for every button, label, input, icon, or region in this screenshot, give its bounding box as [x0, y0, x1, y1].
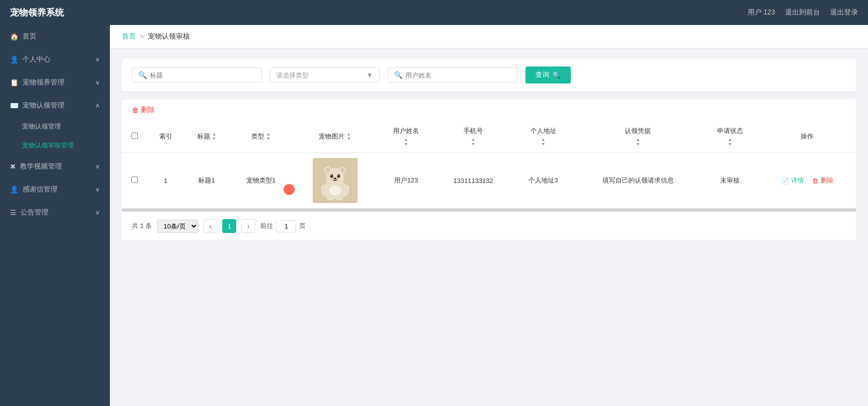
th-action: 操作 — [758, 120, 856, 153]
sort-arrows-credential: ▲▼ — [636, 138, 640, 146]
chevron-down-icon: ∨ — [95, 79, 100, 86]
table-header-row: 索引 标题 ▲▼ 类型 ▲▼ — [122, 120, 856, 153]
page-size-select[interactable]: 10条/页 20条/页 50条/页 — [157, 220, 198, 233]
header-right: 用户 123 退出到前台 退出登录 — [748, 8, 858, 17]
svg-point-8 — [337, 174, 340, 178]
sort-arrows-status: ▲▼ — [728, 138, 732, 146]
th-title[interactable]: 标题 ▲▼ — [184, 120, 230, 153]
row-credential: 填写自己的认领请求信息 — [574, 153, 702, 208]
th-username[interactable]: 用户姓名 ▲▼ — [378, 120, 434, 153]
svg-point-15 — [329, 186, 341, 196]
page-1-button[interactable]: 1 — [222, 219, 236, 233]
prev-page-button[interactable]: ‹ — [203, 219, 217, 233]
user-info: 用户 123 — [748, 8, 775, 17]
table-row: 1 标题1 宠物类型1 — [122, 153, 856, 208]
select-all-checkbox[interactable] — [131, 132, 138, 139]
detail-button[interactable]: 📄 详情 — [781, 176, 804, 185]
page-goto-input[interactable] — [276, 220, 296, 232]
detail-label: 详情 — [791, 176, 804, 185]
row-type: 宠物类型1 — [230, 153, 292, 208]
person-icon: 👤 — [10, 56, 18, 64]
th-pet-image[interactable]: 宠物图片 ▲▼ — [292, 120, 378, 153]
menu-icon: ☰ — [10, 208, 16, 216]
goto-label: 前往 — [260, 222, 273, 230]
sort-arrows-address: ▲▼ — [541, 138, 545, 146]
sort-arrows-username: ▲▼ — [404, 138, 409, 146]
data-table: 索引 标题 ▲▼ 类型 ▲▼ — [122, 120, 856, 208]
sidebar-item-label: 首页 — [22, 32, 36, 41]
page-goto: 前往 页 — [260, 220, 306, 232]
next-page-button[interactable]: › — [241, 219, 255, 233]
list-icon: 📋 — [10, 78, 18, 86]
action-buttons: 📄 详情 🗑 删除 — [763, 176, 851, 185]
sidebar-subitem-pet-claim-review[interactable]: 宠物认领审核管理 — [0, 136, 110, 155]
row-delete-button[interactable]: 🗑 删除 — [812, 176, 834, 185]
svg-point-16 — [327, 196, 335, 200]
th-address[interactable]: 个人地址 ▲▼ — [512, 120, 574, 153]
sidebar-item-label: 感谢信管理 — [22, 185, 57, 194]
sidebar-item-label: 教学视频管理 — [20, 162, 62, 171]
search-button[interactable]: 查询 🔍 — [525, 66, 571, 84]
username-search-input[interactable] — [406, 72, 511, 79]
home-icon: 🏠 — [10, 32, 18, 40]
sidebar-subitem-label: 宠物认领审核管理 — [22, 142, 74, 149]
row-status: 未审核 — [702, 153, 758, 208]
video-icon: ✖ — [10, 162, 16, 170]
sidebar-item-personal[interactable]: 👤 个人中心 ∨ — [0, 48, 110, 71]
breadcrumb-separator: > — [140, 32, 144, 40]
pet-image — [313, 158, 358, 203]
total-count: 共 1 条 — [132, 222, 152, 230]
sidebar-item-pet-adoption[interactable]: 📋 宠物领养管理 ∨ — [0, 71, 110, 94]
sidebar-item-home[interactable]: 🏠 首页 — [0, 25, 110, 48]
batch-delete-button[interactable]: 🗑 删除 — [132, 106, 155, 114]
sidebar-item-announce-mgmt[interactable]: ☰ 公告管理 ∨ — [0, 201, 110, 224]
back-to-frontend-link[interactable]: 退出到前台 — [785, 8, 820, 17]
sidebar-subitem-label: 宠物认领管理 — [22, 122, 61, 130]
sidebar-item-pet-claim[interactable]: ✉️ 宠物认领管理 ∧ — [0, 94, 110, 117]
app-title: 宠物领养系统 — [10, 6, 64, 18]
search-icon: 🔍 — [394, 71, 403, 79]
th-phone[interactable]: 手机号 ▲▼ — [434, 120, 512, 153]
th-status[interactable]: 申请状态 ▲▼ — [702, 120, 758, 153]
type-select[interactable]: 请选择类型 — [276, 72, 363, 79]
row-actions: 📄 详情 🗑 删除 — [758, 153, 856, 208]
sidebar: 🏠 首页 👤 个人中心 ∨ 📋 宠物领养管理 ∨ ✉️ 宠物认领管理 ∧ 宠物认… — [0, 25, 110, 406]
sidebar-item-thank-mgmt[interactable]: 👤 感谢信管理 ∨ — [0, 178, 110, 201]
search-icon: 🔍 — [138, 71, 147, 79]
svg-point-9 — [331, 175, 332, 176]
th-type[interactable]: 类型 ▲▼ — [230, 120, 292, 153]
sidebar-item-label: 公告管理 — [20, 208, 48, 217]
svg-point-12 — [334, 178, 336, 180]
logout-link[interactable]: 退出登录 — [830, 8, 858, 17]
mail-icon: ✉️ — [10, 102, 18, 110]
row-pet-image — [292, 153, 378, 208]
toolbar: 🗑 删除 — [122, 100, 856, 120]
chevron-down-icon: ▼ — [366, 71, 373, 79]
th-credential[interactable]: 认领凭据 ▲▼ — [574, 120, 702, 153]
svg-point-6 — [341, 168, 345, 172]
page-label: 页 — [299, 222, 306, 230]
delete-label: 删除 — [821, 176, 834, 185]
type-select-wrap[interactable]: 请选择类型 ▼ — [270, 68, 380, 82]
title-search-input[interactable] — [150, 72, 255, 79]
svg-point-4 — [326, 168, 330, 172]
sidebar-subitem-pet-claim-mgmt[interactable]: 宠物认领管理 — [0, 117, 110, 136]
row-address: 个人地址3 — [512, 153, 574, 208]
row-title: 标题1 — [184, 153, 230, 208]
breadcrumb-home[interactable]: 首页 — [122, 32, 136, 41]
chevron-down-icon: ∨ — [95, 163, 100, 170]
sidebar-item-label: 宠物领养管理 — [22, 78, 64, 87]
detail-icon: 📄 — [781, 177, 789, 184]
title-search-wrap: 🔍 — [132, 68, 262, 82]
search-icon: 🔍 — [552, 71, 561, 79]
svg-point-10 — [338, 175, 339, 176]
search-bar: 🔍 请选择类型 ▼ 🔍 查询 🔍 — [122, 58, 856, 92]
sort-arrows-title: ▲▼ — [212, 132, 217, 141]
sort-arrows-phone: ▲▼ — [471, 138, 475, 146]
row-username: 用户123 — [378, 153, 434, 208]
thank-icon: 👤 — [10, 186, 18, 194]
sort-arrows-type: ▲▼ — [266, 132, 271, 141]
sidebar-item-video-mgmt[interactable]: ✖ 教学视频管理 ∨ — [0, 155, 110, 178]
chevron-down-icon: ∨ — [95, 209, 100, 216]
row-select-checkbox[interactable] — [131, 176, 138, 183]
